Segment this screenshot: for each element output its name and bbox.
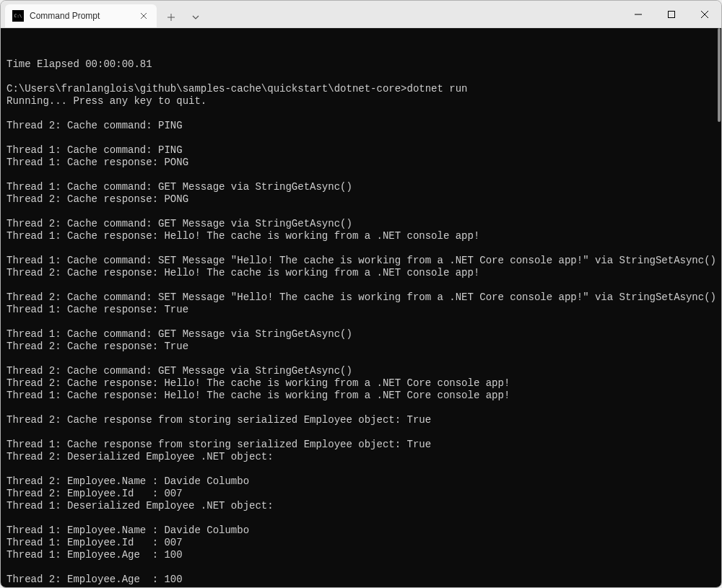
terminal-line: C:\Users\franlanglois\github\samples-cac… <box>6 83 716 95</box>
terminal-line <box>6 353 716 365</box>
terminal-line <box>6 512 716 525</box>
terminal-line: Thread 2: Cache response: Hello! The cac… <box>6 377 716 390</box>
tab-area: C:\ Command Prompt <box>1 1 622 27</box>
terminal-line: Thread 1: Employee.Name : Davide Columbo <box>6 525 716 537</box>
app-window: C:\ Command Prompt <box>0 0 722 588</box>
terminal-line: Thread 1: Cache command: PING <box>6 144 716 157</box>
terminal-line <box>6 426 716 439</box>
terminal-line: Thread 2: Employee.Id : 007 <box>6 488 716 500</box>
terminal-line: Thread 1: Employee.Age : 100 <box>6 549 716 561</box>
terminal-line: Thread 2: Cache response: PONG <box>6 193 716 206</box>
terminal-line <box>6 279 716 291</box>
cmd-icon: C:\ <box>12 10 24 22</box>
terminal-line: Thread 2: Employee.Age : 100 <box>6 574 716 586</box>
maximize-button[interactable] <box>655 1 688 27</box>
terminal-line: Thread 1: Cache response from storing se… <box>6 439 716 451</box>
terminal-line: Thread 1: Cache response: True <box>6 304 716 316</box>
terminal-line: Thread 2: Cache command: PING <box>6 120 716 132</box>
terminal-line: Thread 2: Cache command: SET Message "He… <box>6 291 716 304</box>
chevron-down-icon <box>191 13 200 22</box>
titlebar[interactable]: C:\ Command Prompt <box>1 1 721 28</box>
terminal-line <box>6 242 716 255</box>
close-window-button[interactable] <box>688 1 721 27</box>
new-tab-button[interactable] <box>161 7 181 27</box>
terminal-line: Thread 2: Cache response: Hello! The cac… <box>6 267 716 279</box>
terminal-line <box>6 169 716 181</box>
terminal-line: Thread 1: Cache command: GET Message via… <box>6 181 716 193</box>
terminal-line <box>6 463 716 475</box>
terminal-line <box>6 206 716 218</box>
tab-controls <box>157 7 210 27</box>
terminal-line <box>6 316 716 328</box>
terminal-line: Time Elapsed 00:00:00.81 <box>6 58 716 71</box>
minimize-button[interactable] <box>622 1 655 27</box>
tab-dropdown-button[interactable] <box>186 7 206 27</box>
window-controls <box>622 1 721 27</box>
terminal-line: Thread 2: Cache command: GET Message via… <box>6 365 716 377</box>
terminal-line: Thread 1: Cache command: SET Message "He… <box>6 255 716 267</box>
terminal-line: Thread 2: Cache response from storing se… <box>6 414 716 426</box>
terminal-line <box>6 132 716 144</box>
terminal-line <box>6 107 716 120</box>
terminal-line: Running... Press any key to quit. <box>6 95 716 107</box>
terminal-line: Thread 2: Cache command: GET Message via… <box>6 218 716 230</box>
minimize-icon <box>635 11 642 18</box>
terminal-line: Thread 1: Deserialized Employee .NET obj… <box>6 500 716 512</box>
close-icon <box>701 11 708 18</box>
terminal-line: Thread 1: Cache response: Hello! The cac… <box>6 390 716 402</box>
tab-close-button[interactable] <box>138 10 149 22</box>
terminal-line <box>6 402 716 414</box>
terminal-line: Thread 1: Employee.Id : 007 <box>6 537 716 549</box>
tab-title: Command Prompt <box>30 11 132 21</box>
terminal-line: Thread 1: Cache command: GET Message via… <box>6 328 716 341</box>
plus-icon <box>167 13 175 22</box>
terminal-line: Thread 2: Employee.Name : Davide Columbo <box>6 475 716 488</box>
terminal-line <box>6 561 716 574</box>
tab-command-prompt[interactable]: C:\ Command Prompt <box>5 4 157 27</box>
terminal-line: Thread 2: Cache response: True <box>6 341 716 353</box>
terminal-output[interactable]: Time Elapsed 00:00:00.81 C:\Users\franla… <box>1 28 721 587</box>
scrollbar-thumb[interactable] <box>718 28 721 122</box>
terminal-line: Thread 1: Cache response: Hello! The cac… <box>6 230 716 242</box>
terminal-line: Thread 1: Cache response: PONG <box>6 157 716 169</box>
close-icon <box>140 12 147 19</box>
terminal-line <box>6 71 716 83</box>
svg-rect-0 <box>669 11 675 17</box>
terminal-line: Thread 2: Deserialized Employee .NET obj… <box>6 451 716 463</box>
maximize-icon <box>668 11 675 18</box>
